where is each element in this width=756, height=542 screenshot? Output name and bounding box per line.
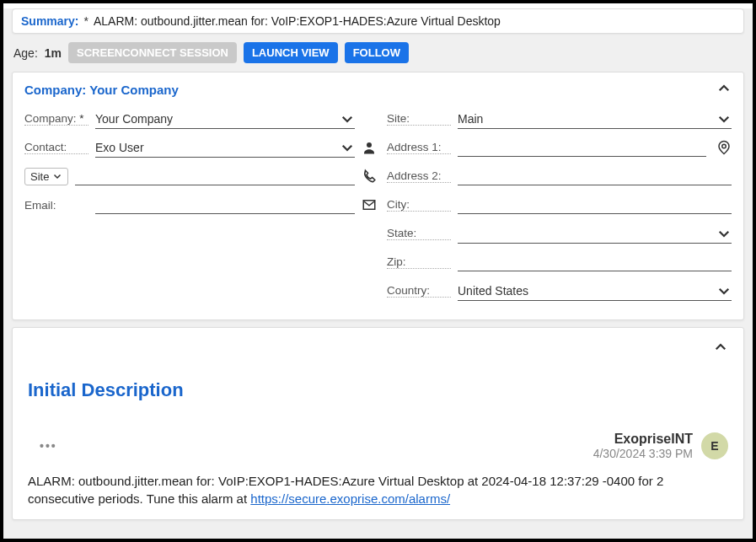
alarm-link[interactable]: https://secure.exoprise.com/alarms/ — [250, 491, 450, 506]
city-input[interactable] — [458, 196, 732, 214]
age-label: Age: — [13, 46, 38, 60]
state-select[interactable] — [458, 224, 732, 244]
contact-label: Contact: — [24, 141, 88, 154]
address2-input[interactable] — [458, 168, 732, 185]
more-menu-icon[interactable]: ••• — [28, 439, 57, 453]
person-icon[interactable] — [362, 140, 378, 155]
country-label: Country: — [387, 284, 451, 298]
collapse-icon[interactable] — [716, 81, 732, 99]
description-panel: Initial Description ••• ExopriseINT 4/30… — [12, 327, 744, 520]
follow-button[interactable]: FOLLOW — [345, 42, 409, 63]
chevron-down-icon — [716, 226, 732, 241]
summary-text: ALARM: outbound.jitter.mean for: VoIP:EX… — [94, 14, 501, 28]
location-icon[interactable] — [716, 140, 732, 155]
collapse-icon[interactable] — [713, 340, 728, 357]
city-label: City: — [387, 198, 451, 212]
state-label: State: — [387, 227, 451, 240]
svg-point-0 — [367, 142, 372, 148]
phone-input[interactable] — [75, 168, 355, 185]
address1-input[interactable] — [458, 139, 706, 157]
contact-select[interactable]: Exo User — [95, 138, 355, 158]
address1-label: Address 1: — [387, 141, 451, 154]
note-author: ExopriseINT — [593, 432, 693, 447]
address2-label: Address 2: — [387, 169, 451, 183]
mail-icon[interactable] — [362, 197, 378, 212]
action-row: Age: 1m SCREENCONNECT SESSION LAUNCH VIE… — [3, 37, 753, 72]
phone-type-select[interactable]: Site — [24, 168, 68, 185]
company-panel-title: Company: Your Company — [24, 83, 179, 97]
site-select[interactable]: Main — [458, 110, 732, 129]
company-select[interactable]: Your Company — [95, 110, 355, 129]
note-timestamp: 4/30/2024 3:39 PM — [593, 447, 693, 460]
summary-bar: Summary: * ALARM: outbound.jitter.mean f… — [12, 8, 744, 34]
screenconnect-button[interactable]: SCREENCONNECT SESSION — [68, 42, 237, 63]
chevron-down-icon — [340, 140, 355, 155]
company-panel: Company: Your Company Company: * Your Co… — [12, 72, 744, 320]
zip-label: Zip: — [387, 255, 451, 269]
phone-icon[interactable] — [362, 169, 378, 184]
launch-view-button[interactable]: LAUNCH VIEW — [244, 42, 338, 63]
site-label: Site: — [387, 112, 451, 126]
chevron-down-icon — [716, 111, 732, 126]
summary-required: * — [83, 14, 88, 28]
email-input[interactable] — [95, 196, 355, 214]
country-select[interactable]: United States — [458, 282, 732, 301]
description-title: Initial Description — [28, 379, 728, 401]
summary-label: Summary: — [21, 14, 78, 28]
avatar: E — [701, 432, 728, 459]
chevron-down-icon — [340, 111, 355, 126]
zip-input[interactable] — [458, 254, 732, 271]
email-label: Email: — [24, 199, 88, 212]
svg-point-2 — [722, 144, 727, 148]
company-label: Company: * — [24, 112, 88, 126]
chevron-down-icon — [716, 283, 732, 298]
description-body: ALARM: outbound.jitter.mean for: VoIP:EX… — [28, 472, 728, 507]
age-value: 1m — [45, 46, 62, 60]
